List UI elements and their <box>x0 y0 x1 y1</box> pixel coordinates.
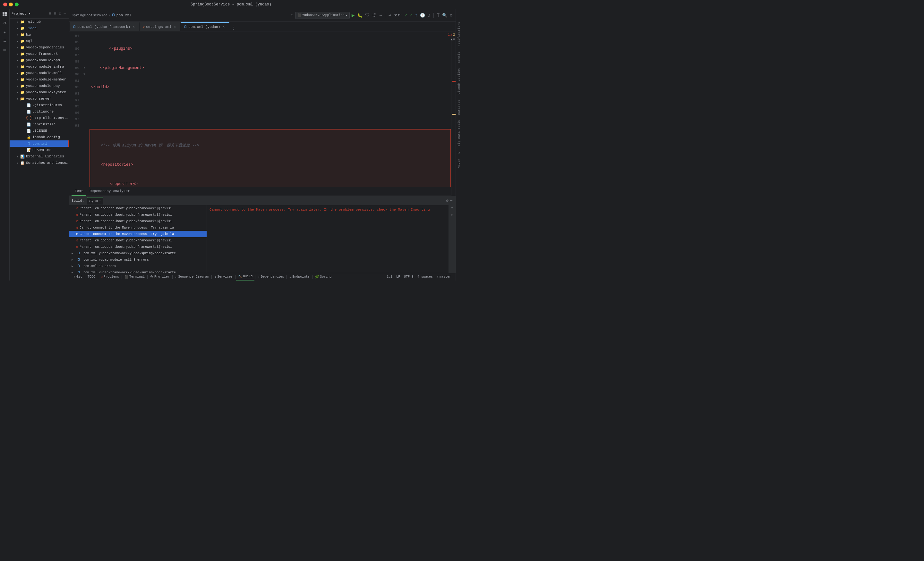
status-endpoints[interactable]: ⇌ Endpoints <box>288 273 312 280</box>
tree-item-yudao-infra[interactable]: ▶ 📁 yudao-module-infra <box>10 63 69 70</box>
expand-icon[interactable]: ▶ <box>15 90 20 94</box>
build-item-0[interactable]: ⊘ Parent 'cn.iocoder.boot:yudao-framewor… <box>69 205 207 212</box>
status-spring[interactable]: 🌿 Spring <box>313 273 333 280</box>
tree-item-http-client[interactable]: ▶ { } http-client.env.json <box>10 115 69 121</box>
build-settings-icon[interactable]: ⚙ <box>446 197 449 204</box>
expand-icon[interactable]: ▶ <box>15 161 20 165</box>
status-encoding[interactable]: UTF-8 <box>402 273 416 280</box>
settings-btn[interactable]: ⚙ <box>58 10 62 16</box>
tree-item-github[interactable]: ▶ 📁 .github <box>10 19 69 25</box>
build-action-2[interactable]: ⊞ <box>451 213 453 217</box>
tree-item-yudao-system[interactable]: ▶ 📁 yudao-module-system <box>10 89 69 96</box>
git-check2-icon[interactable]: ✓ <box>409 12 413 19</box>
build-expand-icon[interactable]: ▶ <box>72 258 75 262</box>
tab-close-btn[interactable]: × <box>221 25 226 29</box>
fold-97[interactable] <box>82 116 87 123</box>
close-button[interactable] <box>3 3 7 6</box>
copilot-icon[interactable]: ✦ <box>1 28 9 36</box>
status-problems[interactable]: ⊘ Problems <box>99 273 121 280</box>
sidebar-database[interactable]: Database <box>458 100 461 115</box>
build-item-10[interactable]: ▶ 🗒 pom.xml yudao-framework/yudao-spring… <box>69 269 207 273</box>
build-item-9[interactable]: ▶ 🗒 pom.xml 18 errors <box>69 263 207 269</box>
tab-dependency-analyzer[interactable]: Dependency Analyzer <box>86 187 133 196</box>
fold-96[interactable] <box>82 110 87 116</box>
status-branch[interactable]: ⑂ master <box>435 273 453 280</box>
build-sync-tab[interactable]: Sync × <box>87 197 104 205</box>
sync-close-btn[interactable]: × <box>99 199 101 203</box>
status-dependencies[interactable]: ⚡ Dependencies <box>256 273 286 280</box>
status-terminal[interactable]: ⬛ Terminal <box>123 273 147 280</box>
status-sequence[interactable]: ⟷ Sequence Diagram <box>173 273 211 280</box>
build-list[interactable]: ⊘ Parent 'cn.iocoder.boot:yudao-framewor… <box>69 205 207 273</box>
git-check1-icon[interactable]: ✓ <box>404 12 408 19</box>
vcs-up-icon[interactable]: ⬆ <box>290 12 294 19</box>
tree-item-scratches[interactable]: ▶ 📋 Scratches and Consoles <box>10 160 69 166</box>
tree-item-yudao-framework[interactable]: ▶ 📁 yudao-framework <box>10 51 69 57</box>
fold-94[interactable] <box>82 97 87 103</box>
fold-88[interactable] <box>82 58 87 65</box>
tree-item-yudao-pay[interactable]: ▶ 📁 yudao-module-pay <box>10 83 69 89</box>
fold-87[interactable] <box>82 52 87 58</box>
tree-item-idea[interactable]: ▶ 📁 .idea <box>10 25 69 31</box>
nav-down-icon[interactable]: ▼ <box>453 38 455 41</box>
close-panel-btn[interactable]: — <box>63 10 67 16</box>
build-item-6[interactable]: ⊘ Parent 'cn.iocoder.boot:yudao-framewor… <box>69 244 207 250</box>
build-item-5[interactable]: ⊘ Parent 'cn.iocoder.boot:yudao-framewor… <box>69 237 207 244</box>
fold-86[interactable] <box>82 45 87 52</box>
project-icon[interactable] <box>1 10 9 18</box>
tree-item-sql[interactable]: ▶ 📁 sql <box>10 38 69 44</box>
expand-icon[interactable]: ▶ <box>15 32 20 37</box>
status-lf[interactable]: LF <box>394 273 402 280</box>
tree-item-jenkinsfile[interactable]: ▶ 📄 Jenkinsfile <box>10 121 69 127</box>
expand-icon[interactable]: ▼ <box>15 96 20 101</box>
tab-pom-framework[interactable]: 🗒 pom.xml (yudao-framework) × <box>70 22 140 31</box>
status-profiler[interactable]: ⏱ Profiler <box>148 273 172 280</box>
build-item-1[interactable]: ⊘ Parent 'cn.iocoder.boot:yudao-framewor… <box>69 212 207 218</box>
settings-toolbar-icon[interactable]: ⚙ <box>449 12 453 19</box>
build-close-icon[interactable]: — <box>449 197 453 203</box>
tab-close-btn[interactable]: × <box>132 25 136 29</box>
tree-item-readme[interactable]: ▶ 📝 README.md <box>10 147 69 153</box>
fold-89[interactable]: ▼ <box>82 65 87 71</box>
undo-icon[interactable]: ↩ <box>388 12 392 19</box>
sidebar-maven[interactable]: Maven <box>458 159 461 168</box>
status-indent[interactable]: 4 spaces <box>416 273 435 280</box>
expand-icon[interactable]: ▶ <box>15 52 20 56</box>
build-item-7[interactable]: ▶ 🗒 pom.xml yudao-framework/yudao-spring… <box>69 250 207 256</box>
build-item-2[interactable]: ⊘ Parent 'cn.iocoder.boot:yudao-framewor… <box>69 218 207 224</box>
expand-icon[interactable]: ▶ <box>15 64 20 69</box>
tree-item-yudao-bpm[interactable]: ▶ 📁 yudao-module-bpm <box>10 57 69 63</box>
tree-item-yudao-deps[interactable]: ▶ 📁 yudao-dependencies <box>10 44 69 51</box>
build-expand-icon[interactable]: ▶ <box>72 265 75 268</box>
more-run-icon[interactable]: ⋯ <box>379 12 382 19</box>
git-rollback-icon[interactable]: ↺ <box>427 12 431 19</box>
expand-icon[interactable]: ▶ <box>15 19 20 24</box>
code-content[interactable]: </plugins> </pluginManagement> </build> <box>87 31 451 187</box>
editor-scrollbar[interactable]: 1 ⚠ 2 ▲ ▼ <box>451 31 456 196</box>
minimize-button[interactable] <box>9 3 13 6</box>
status-todo[interactable]: TODO <box>86 273 97 280</box>
profile-run-icon[interactable]: ⏱ <box>372 12 377 19</box>
run-icon[interactable]: ▶ <box>351 12 356 19</box>
fold-91[interactable] <box>82 78 87 84</box>
expand-icon[interactable]: ▶ <box>15 58 20 63</box>
expand-icon[interactable]: ▶ <box>15 45 20 50</box>
tab-close-btn[interactable]: × <box>172 25 177 29</box>
structure-icon[interactable]: ≡ <box>1 37 9 45</box>
git-history-icon[interactable]: 🕐 <box>419 12 426 19</box>
tab-pom-yudao[interactable]: 🗒 pom.xml (yudao) × <box>181 22 230 31</box>
tree-item-yudao-server[interactable]: ▼ 📂 yudao-server <box>10 96 69 102</box>
tree-item-license[interactable]: ▶ 📄 LICENSE <box>10 127 69 134</box>
tree-item-yudao-mall[interactable]: ▶ 📁 yudao-module-mall <box>10 70 69 76</box>
build-item-8[interactable]: ▶ 🗒 pom.xml yudao-module-mall 8 errors <box>69 256 207 263</box>
expand-all-btn[interactable]: ⊞ <box>48 10 52 16</box>
expand-icon[interactable]: ▶ <box>15 39 20 43</box>
fold-93[interactable] <box>82 90 87 97</box>
maximize-button[interactable] <box>15 3 19 6</box>
sidebar-copilot[interactable]: GitHub Copilot <box>458 68 461 94</box>
traffic-lights[interactable] <box>3 3 19 6</box>
build-item-3[interactable]: ⊘ Cannot connect to the Maven process. T… <box>69 224 207 231</box>
sidebar-d[interactable]: D <box>458 152 461 154</box>
status-build[interactable]: 🔨 Build <box>236 273 254 280</box>
tree-item-gitignore[interactable]: ▶ 📄 .gitignore <box>10 108 69 115</box>
